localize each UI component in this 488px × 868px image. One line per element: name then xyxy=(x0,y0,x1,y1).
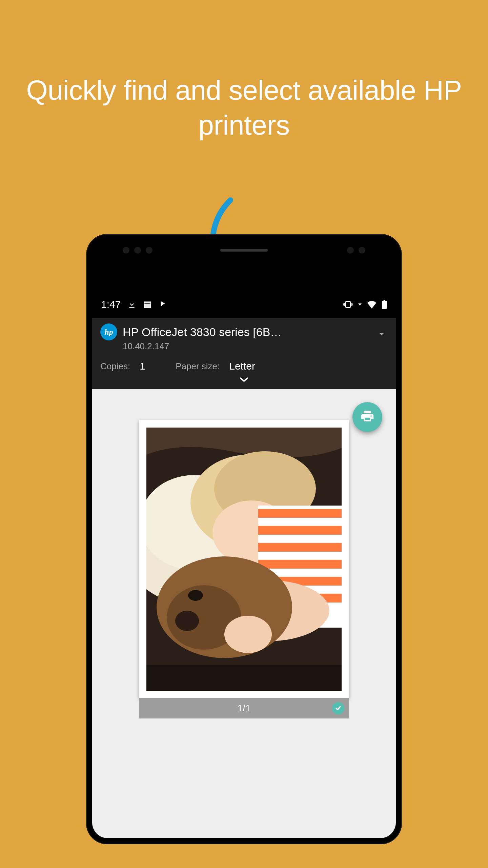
download-icon xyxy=(127,300,136,309)
printer-selector[interactable]: hp HP OfficeJet 3830 series [6B… 10.40.2… xyxy=(92,318,396,354)
vibrate-icon xyxy=(343,300,353,309)
svg-rect-11 xyxy=(258,509,342,518)
wifi-icon xyxy=(367,300,377,309)
svg-rect-23 xyxy=(146,665,342,691)
svg-point-20 xyxy=(175,611,199,631)
marketing-headline: Quickly find and select available HP pri… xyxy=(0,0,488,142)
dropdown-caret-icon[interactable] xyxy=(378,330,386,340)
print-fab-button[interactable] xyxy=(352,402,382,432)
battery-icon xyxy=(382,300,387,309)
svg-rect-14 xyxy=(258,560,342,569)
print-preview-area: 1/1 xyxy=(92,389,396,838)
caret-down-icon xyxy=(358,302,362,307)
printer-ip: 10.40.2.147 xyxy=(123,341,388,352)
paper-size-value[interactable]: Letter xyxy=(229,360,255,372)
page-selected-check-icon[interactable] xyxy=(332,702,344,714)
paper-size-label: Paper size: xyxy=(176,361,220,372)
page-counter-bar: 1/1 xyxy=(139,698,349,718)
page-preview[interactable] xyxy=(139,420,349,698)
svg-point-22 xyxy=(224,616,272,653)
svg-rect-13 xyxy=(258,543,342,552)
preview-photo xyxy=(146,428,342,691)
svg-rect-3 xyxy=(384,300,385,301)
hp-logo-icon: hp xyxy=(100,323,117,340)
svg-rect-1 xyxy=(346,301,350,308)
svg-point-21 xyxy=(188,590,203,601)
printer-name: HP OfficeJet 3830 series [6B… xyxy=(123,326,282,339)
status-time: 1:47 xyxy=(101,299,121,310)
phone-mockup: 1:47 xyxy=(86,234,402,844)
phone-sensor-bar xyxy=(92,240,396,260)
copies-value[interactable]: 1 xyxy=(140,360,150,372)
expand-settings-button[interactable] xyxy=(92,374,396,389)
svg-point-24 xyxy=(370,415,372,417)
phone-speaker xyxy=(220,249,268,252)
copies-label: Copies: xyxy=(100,361,130,372)
print-settings-row: Copies: 1 Paper size: Letter xyxy=(92,354,396,374)
printer-icon xyxy=(360,409,375,425)
status-bar: 1:47 xyxy=(92,291,396,318)
svg-rect-12 xyxy=(258,526,342,535)
calendar-icon xyxy=(143,300,152,309)
playprotect-icon xyxy=(159,300,167,309)
svg-rect-2 xyxy=(382,301,387,309)
page-counter: 1/1 xyxy=(238,703,251,714)
